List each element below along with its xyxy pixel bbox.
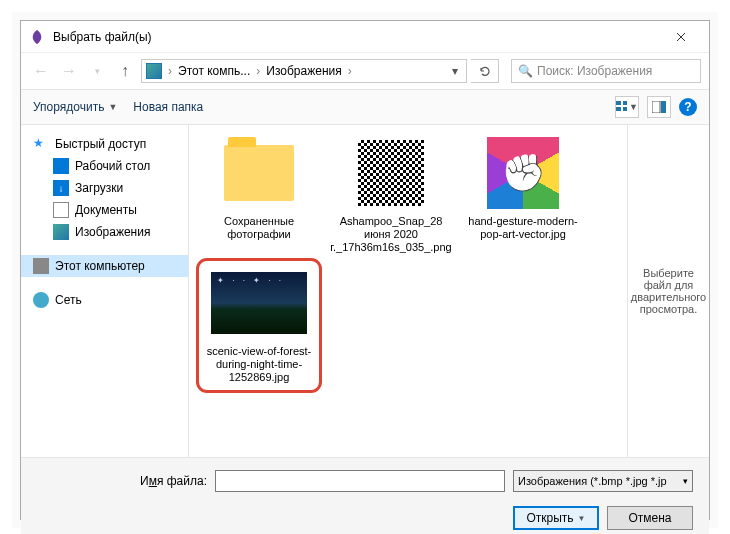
svg-rect-0 bbox=[616, 101, 621, 105]
folder-icon bbox=[224, 145, 294, 201]
split-button-dropdown-icon: ▼ bbox=[578, 514, 586, 523]
document-icon bbox=[53, 202, 69, 218]
filename-label: Имя файла: bbox=[37, 474, 207, 488]
search-input[interactable]: 🔍 Поиск: Изображения bbox=[511, 59, 701, 83]
preview-pane: Выберите файл для дварительного просмотр… bbox=[627, 125, 709, 457]
refresh-icon bbox=[479, 65, 491, 77]
file-list: Сохраненные фотографии Ashampoo_Snap_28 … bbox=[189, 125, 627, 457]
window-title: Выбрать файл(ы) bbox=[53, 30, 661, 44]
sidebar-item-downloads[interactable]: ↓ Загрузки bbox=[21, 177, 188, 199]
view-icons-button[interactable]: ▼ bbox=[615, 96, 639, 118]
chevron-down-icon: ▼ bbox=[629, 102, 638, 112]
back-button[interactable]: ← bbox=[29, 59, 53, 83]
sidebar-item-this-pc[interactable]: Этот компьютер bbox=[21, 255, 188, 277]
search-icon: 🔍 bbox=[518, 64, 533, 78]
up-button[interactable]: ↑ bbox=[113, 59, 137, 83]
file-label: hand-gesture-modern-pop-art-vector.jpg bbox=[465, 215, 581, 241]
chevron-right-icon: › bbox=[254, 64, 262, 78]
close-button[interactable] bbox=[661, 23, 701, 51]
location-icon bbox=[146, 63, 162, 79]
svg-rect-2 bbox=[616, 107, 621, 111]
sidebar-item-network[interactable]: Сеть bbox=[21, 289, 188, 311]
file-item-image-selected[interactable]: scenic-view-of-forest-during-night-time-… bbox=[201, 263, 317, 389]
refresh-button[interactable] bbox=[471, 59, 499, 83]
image-thumbnail bbox=[487, 137, 559, 209]
sidebar-item-desktop[interactable]: Рабочий стол bbox=[21, 155, 188, 177]
chevron-down-icon: ▼ bbox=[108, 102, 117, 112]
network-icon bbox=[33, 292, 49, 308]
icons-view-icon bbox=[616, 101, 627, 113]
file-item-folder[interactable]: Сохраненные фотографии bbox=[201, 137, 317, 255]
new-folder-button[interactable]: Новая папка bbox=[133, 100, 203, 114]
file-label: Ashampoo_Snap_28 июня 2020 г._17h36m16s_… bbox=[330, 215, 451, 255]
titlebar: Выбрать файл(ы) bbox=[21, 21, 709, 53]
pictures-icon bbox=[53, 224, 69, 240]
navbar: ← → ▾ ↑ › Этот компь... › Изображения › … bbox=[21, 53, 709, 89]
filename-input[interactable] bbox=[215, 470, 505, 492]
download-icon: ↓ bbox=[53, 180, 69, 196]
preview-placeholder: Выберите файл для дварительного просмотр… bbox=[631, 267, 706, 315]
sidebar-item-quick-access[interactable]: ★ Быстрый доступ bbox=[21, 133, 188, 155]
dialog-footer: Имя файла: Изображения (*.bmp *.jpg *.jp… bbox=[21, 457, 709, 534]
image-thumbnail bbox=[355, 137, 427, 209]
organize-button[interactable]: Упорядочить ▼ bbox=[33, 100, 117, 114]
svg-rect-4 bbox=[652, 101, 660, 113]
file-label: scenic-view-of-forest-during-night-time-… bbox=[205, 345, 313, 385]
chevron-right-icon: › bbox=[346, 64, 354, 78]
forward-button: → bbox=[57, 59, 81, 83]
file-item-image[interactable]: Ashampoo_Snap_28 июня 2020 г._17h36m16s_… bbox=[333, 137, 449, 255]
close-icon bbox=[676, 32, 686, 42]
desktop-icon bbox=[53, 158, 69, 174]
sidebar-item-documents[interactable]: Документы bbox=[21, 199, 188, 221]
recent-dropdown[interactable]: ▾ bbox=[85, 59, 109, 83]
preview-pane-icon bbox=[652, 101, 666, 113]
toolbar: Упорядочить ▼ Новая папка ▼ ? bbox=[21, 89, 709, 125]
svg-rect-5 bbox=[661, 101, 666, 113]
svg-rect-3 bbox=[623, 107, 627, 111]
search-placeholder: Поиск: Изображения bbox=[537, 64, 652, 78]
svg-rect-1 bbox=[623, 101, 627, 105]
file-item-image[interactable]: hand-gesture-modern-pop-art-vector.jpg bbox=[465, 137, 581, 255]
chevron-down-icon: ▾ bbox=[683, 476, 688, 486]
pc-icon bbox=[33, 258, 49, 274]
filetype-select[interactable]: Изображения (*.bmp *.jpg *.jp ▾ bbox=[513, 470, 693, 492]
chevron-right-icon: › bbox=[166, 64, 174, 78]
file-open-dialog: Выбрать файл(ы) ← → ▾ ↑ › Этот компь... … bbox=[20, 20, 710, 520]
help-button[interactable]: ? bbox=[679, 98, 697, 116]
star-icon: ★ bbox=[33, 136, 49, 152]
cancel-button[interactable]: Отмена bbox=[607, 506, 693, 530]
preview-pane-button[interactable] bbox=[647, 96, 671, 118]
dialog-body: ★ Быстрый доступ Рабочий стол ↓ Загрузки… bbox=[21, 125, 709, 457]
breadcrumb[interactable]: › Этот компь... › Изображения › ▾ bbox=[141, 59, 467, 83]
sidebar: ★ Быстрый доступ Рабочий стол ↓ Загрузки… bbox=[21, 125, 189, 457]
image-thumbnail bbox=[211, 272, 307, 334]
breadcrumb-seg-pictures[interactable]: Изображения bbox=[262, 64, 345, 78]
sidebar-item-pictures[interactable]: Изображения bbox=[21, 221, 188, 243]
file-label: Сохраненные фотографии bbox=[201, 215, 317, 241]
open-button[interactable]: Открыть ▼ bbox=[513, 506, 599, 530]
breadcrumb-seg-pc[interactable]: Этот компь... bbox=[174, 64, 254, 78]
breadcrumb-dropdown-icon[interactable]: ▾ bbox=[448, 64, 462, 78]
app-icon bbox=[29, 29, 45, 45]
